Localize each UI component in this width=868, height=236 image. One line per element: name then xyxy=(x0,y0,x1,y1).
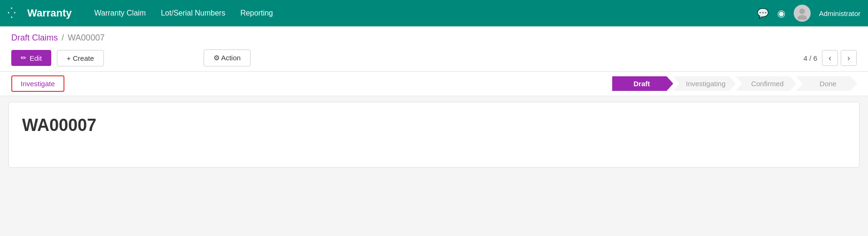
topnav-right: 💬 ◉ Administrator xyxy=(757,5,860,22)
action-button[interactable]: ⚙ Action xyxy=(204,49,251,66)
step-investigating[interactable]: Investigating xyxy=(673,76,736,91)
record-title: WA00007 xyxy=(22,115,846,135)
create-button[interactable]: + Create xyxy=(57,50,104,66)
status-steps: Draft Investigating Confirmed Done xyxy=(612,76,857,91)
username: Administrator xyxy=(819,9,860,17)
pencil-icon: ✏ xyxy=(21,54,27,62)
warranty-claim-link[interactable]: Warranty Claim xyxy=(95,7,146,19)
topnav: ⁛ Warranty Warranty Claim Lot/Serial Num… xyxy=(0,0,868,26)
status-bar: Investigate Draft Investigating Confirme… xyxy=(0,72,868,96)
prev-page-button[interactable]: ‹ xyxy=(822,50,838,66)
breadcrumb-separator: / xyxy=(62,33,64,43)
edit-label: Edit xyxy=(30,54,42,62)
breadcrumb: Draft Claims / WA00007 xyxy=(0,26,868,45)
app-title: Warranty xyxy=(27,7,72,19)
clock-icon[interactable]: ◉ xyxy=(777,8,785,19)
breadcrumb-link[interactable]: Draft Claims xyxy=(11,33,58,43)
svg-point-1 xyxy=(797,15,807,20)
breadcrumb-current: WA00007 xyxy=(68,33,104,43)
investigate-button[interactable]: Investigate xyxy=(11,75,64,92)
pagination: 4 / 6 ‹ › xyxy=(804,50,857,66)
nav-links: Warranty Claim Lot/Serial Numbers Report… xyxy=(95,7,746,19)
step-draft[interactable]: Draft xyxy=(612,76,673,91)
create-label: + Create xyxy=(67,54,94,62)
next-page-button[interactable]: › xyxy=(841,50,857,66)
edit-button[interactable]: ✏ Edit xyxy=(11,50,51,66)
reporting-link[interactable]: Reporting xyxy=(240,7,273,19)
step-done[interactable]: Done xyxy=(796,76,857,91)
action-label: ⚙ Action xyxy=(213,54,241,62)
pagination-count: 4 / 6 xyxy=(804,54,817,62)
lot-serial-link[interactable]: Lot/Serial Numbers xyxy=(161,7,225,19)
avatar[interactable] xyxy=(794,5,811,22)
svg-point-0 xyxy=(799,8,805,14)
step-confirmed[interactable]: Confirmed xyxy=(735,76,797,91)
content-area: WA00007 xyxy=(8,102,860,168)
grid-icon[interactable]: ⁛ xyxy=(8,7,16,19)
toolbar: ✏ Edit + Create ⚙ Action 4 / 6 ‹ › xyxy=(0,45,868,72)
chat-icon[interactable]: 💬 xyxy=(757,8,769,19)
